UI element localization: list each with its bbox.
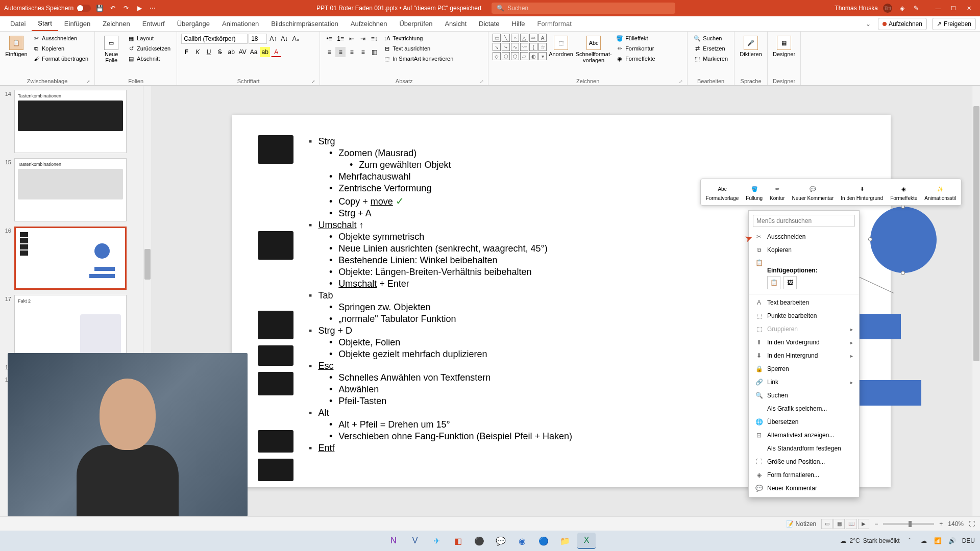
zoom-level[interactable]: 140% (948, 520, 964, 528)
task-app4[interactable]: 🔵 (534, 533, 553, 549)
shape-r1[interactable]: ◇ (493, 52, 501, 60)
cut-button[interactable]: ✂Ausschneiden (31, 34, 90, 43)
tab-entwurf[interactable]: Entwurf (136, 17, 171, 31)
rect-shape-1[interactable] (855, 314, 901, 339)
search-box[interactable]: 🔍 (492, 3, 675, 14)
outdent-button[interactable]: ⇤ (347, 34, 357, 44)
font-size-select[interactable] (249, 34, 267, 44)
thumbnail-selected[interactable] (14, 227, 127, 290)
tab-aufzeichnen[interactable]: Aufzeichnen (345, 17, 394, 31)
spacing-button[interactable]: AV (237, 47, 248, 57)
ctx-format-shape[interactable]: ◈Form formatieren... (749, 468, 859, 482)
mini-outline-button[interactable]: ✏Kontur (767, 181, 788, 203)
replace-button[interactable]: ⇄Ersetzen (692, 44, 730, 53)
columns-button[interactable]: ▥ (369, 47, 379, 57)
task-obs[interactable]: ⚫ (470, 533, 488, 549)
paste-button[interactable]: 📋 Einfügen (4, 34, 29, 59)
font-launcher[interactable]: ⤢ (311, 79, 315, 84)
smartart-button[interactable]: ⬚In SmartArt konvertieren (381, 54, 455, 63)
tab-hilfe[interactable]: Hilfe (506, 17, 531, 31)
designer-button[interactable]: ▦Designer (772, 34, 796, 59)
shape-r3[interactable]: ⬡ (511, 52, 519, 60)
mini-send-back-button[interactable]: ⬇In den Hintergrund (838, 181, 886, 203)
shapes-gallery[interactable]: ▭╲○△⇨A ↘⤷∿〰{☆ ◇⬠⬡▱◐▾ (493, 34, 547, 60)
ctx-edit-points[interactable]: ⬚Punkte bearbeiten (749, 309, 859, 322)
shape-brace[interactable]: { (529, 43, 537, 51)
tab-ueberpruefen[interactable]: Überprüfen (393, 17, 438, 31)
ctx-default-shape[interactable]: Als Standardform festlegen (749, 442, 859, 455)
dictate-button[interactable]: 🎤Diktieren (739, 34, 763, 59)
tray-chevron[interactable]: ˄ (905, 536, 914, 545)
ctx-size-position[interactable]: ⛶Größe und Position... (749, 455, 859, 468)
mini-fill-button[interactable]: 🪣Füllung (743, 181, 766, 203)
tab-start[interactable]: Start (32, 16, 58, 31)
record-button[interactable]: Aufzeichnen (878, 18, 927, 30)
task-visio[interactable]: V (406, 533, 424, 549)
highlight-button[interactable]: ab (260, 47, 270, 57)
mini-animation-button[interactable]: ✨Animationsstil (921, 181, 959, 203)
tab-zeichnen[interactable]: Zeichnen (96, 17, 136, 31)
autosave-toggle[interactable]: Automatisches Speichern (4, 5, 91, 12)
maximize-button[interactable]: ☐ (946, 3, 961, 14)
shape-tri[interactable]: △ (520, 34, 528, 42)
align-center-button[interactable]: ≡ (335, 47, 346, 57)
shape-fill-button[interactable]: 🪣Fülleffekt (614, 34, 657, 43)
scroll-thumb[interactable] (144, 249, 151, 280)
task-explorer[interactable]: 📁 (556, 533, 574, 549)
copy-button[interactable]: ⧉Kopieren (31, 44, 90, 53)
mini-effects-button[interactable]: ◉Formeffekte (887, 181, 920, 203)
bullets-button[interactable]: •≡ (324, 34, 334, 44)
ctx-bring-front[interactable]: ⬆In den Vordergrund▸ (749, 336, 859, 349)
thumbnail[interactable]: Tastenkombinationen (14, 158, 127, 221)
diamond-icon[interactable]: ◈ (897, 4, 906, 13)
case-button[interactable]: Aa (249, 47, 259, 57)
task-excel[interactable]: X (577, 533, 596, 549)
tab-formformat[interactable]: Formformat (531, 17, 578, 31)
find-button[interactable]: 🔍Suchen (692, 34, 730, 43)
task-app2[interactable]: 💬 (492, 533, 510, 549)
tab-dictate[interactable]: Dictate (473, 17, 505, 31)
italic-button[interactable]: K (192, 47, 203, 57)
bold-button[interactable]: F (181, 47, 191, 57)
circle-shape-selected[interactable] (870, 207, 937, 273)
shape-oval[interactable]: ○ (511, 34, 519, 42)
shape-effects-button[interactable]: ◉Formeffekte (614, 54, 657, 63)
align-left-button[interactable]: ≡ (324, 47, 334, 57)
shape-text[interactable]: A (538, 34, 547, 42)
shadow-button[interactable]: ab (226, 47, 236, 57)
tab-uebergaenge[interactable]: Übergänge (171, 17, 216, 31)
ctx-search-item[interactable]: 🔍Suchen (749, 389, 859, 402)
minimize-button[interactable]: — (931, 3, 945, 14)
align-text-button[interactable]: ⊟Text ausrichten (381, 44, 455, 53)
thumb-17[interactable]: 17 Fakt 2 (2, 295, 141, 358)
paragraph-launcher[interactable]: ⤢ (480, 79, 484, 84)
format-painter-button[interactable]: 🖌Format übertragen (31, 54, 90, 63)
redo-icon[interactable]: ↷ (121, 4, 131, 13)
new-slide-button[interactable]: ▭ Neue Folie (99, 34, 124, 65)
decrease-font-button[interactable]: A↓ (279, 34, 289, 44)
shape-rect[interactable]: ▭ (493, 34, 501, 42)
share-button[interactable]: ↗Freigeben (932, 18, 976, 30)
ctx-new-comment[interactable]: 💬Neuer Kommentar (749, 482, 859, 495)
user-avatar[interactable]: TH (883, 4, 892, 13)
task-app3[interactable]: ◉ (513, 533, 531, 549)
view-normal-button[interactable]: ▭ (821, 519, 832, 529)
tab-animationen[interactable]: Animationen (216, 17, 265, 31)
tab-bildschirmpraesentation[interactable]: Bildschirmpräsentation (265, 17, 345, 31)
reset-button[interactable]: ↺Zurücksetzen (126, 44, 173, 53)
search-input[interactable] (507, 5, 670, 12)
ctx-save-graphic[interactable]: Als Grafik speichern... (749, 402, 859, 415)
thumb-15[interactable]: 15 Tastenkombinationen (2, 158, 141, 221)
ctx-edit-text[interactable]: AText bearbeiten (749, 296, 859, 309)
zoom-out-button[interactable]: − (874, 520, 878, 528)
shape-free[interactable]: 〰 (520, 43, 528, 51)
zoom-slider[interactable] (883, 523, 934, 525)
selection-handle[interactable] (901, 271, 905, 275)
increase-font-button[interactable]: A↑ (268, 34, 278, 44)
numbering-button[interactable]: 1≡ (335, 34, 346, 44)
clear-format-button[interactable]: Aₓ (290, 34, 301, 44)
selection-handle[interactable] (868, 237, 872, 241)
select-button[interactable]: ⬚Markieren (692, 54, 730, 63)
weather-widget[interactable]: ☁ 2°C Stark bewölkt (840, 537, 899, 544)
font-color-button[interactable]: A (271, 47, 281, 57)
